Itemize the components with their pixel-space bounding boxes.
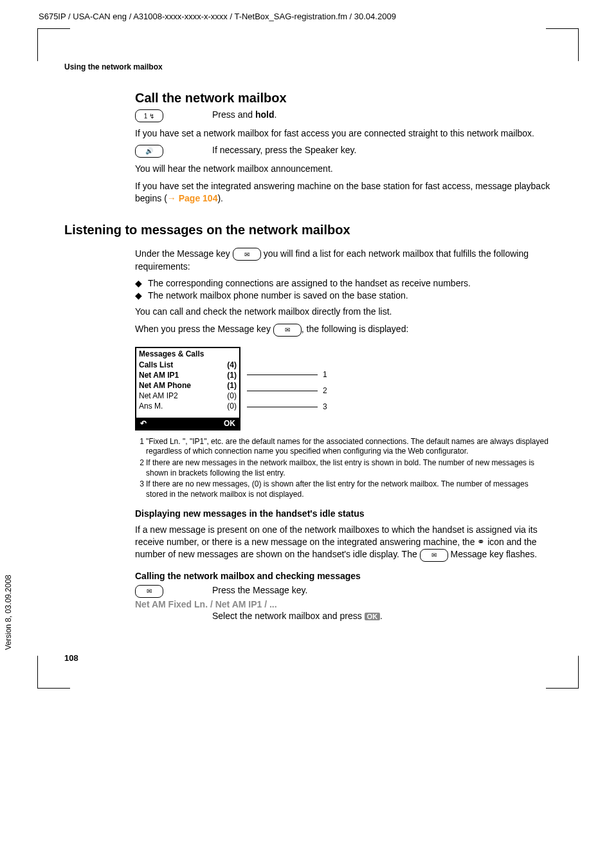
message-key-icon: ✉ bbox=[273, 324, 302, 337]
paragraph: Under the Message key ✉ you will find a … bbox=[135, 248, 552, 273]
crop-mark bbox=[546, 656, 579, 689]
footnote: 2If there are new messages in the networ… bbox=[135, 458, 552, 478]
crop-mark bbox=[37, 656, 70, 689]
doc-header-path: S675IP / USA-CAN eng / A31008-xxxx-xxxx-… bbox=[39, 12, 577, 21]
screen-row: Ans M.(0) bbox=[136, 401, 239, 411]
paragraph: You can call and check the network mailb… bbox=[135, 306, 552, 318]
screen-row: Net AM Phone(1) bbox=[136, 380, 239, 391]
bullet-text: The network mailbox phone number is save… bbox=[148, 290, 408, 301]
bullet-icon: ◆ bbox=[135, 278, 148, 288]
screen-row: Net AM IP2(0) bbox=[136, 391, 239, 401]
speaker-key-icon: 🔊 bbox=[135, 145, 163, 158]
back-icon: ↶ bbox=[140, 419, 147, 428]
paragraph: If you have set a network mailbox for fa… bbox=[135, 127, 552, 140]
screen-row: Net AM IP1(1) bbox=[136, 370, 239, 380]
leader-line: 1 bbox=[247, 367, 327, 383]
paragraph: You will hear the network mailbox announ… bbox=[135, 163, 552, 175]
phone-screen-illustration: Messages & Calls Calls List(4) Net AM IP… bbox=[135, 347, 240, 431]
paragraph: If you have set the integrated answering… bbox=[135, 180, 552, 205]
footnote: 3If there are no new messages, (0) is sh… bbox=[135, 479, 552, 499]
step-text: Press the Message key. bbox=[212, 585, 307, 595]
page-reference-link[interactable]: Page 104 bbox=[179, 193, 218, 203]
message-key-icon: ✉ bbox=[420, 549, 448, 562]
message-key-icon: ✉ bbox=[135, 585, 163, 598]
leader-line: 2 bbox=[247, 383, 327, 399]
paragraph: When you press the Message key ✉, the fo… bbox=[135, 323, 552, 337]
leader-line: 3 bbox=[247, 399, 327, 415]
screen-title: Messages & Calls bbox=[136, 348, 239, 360]
ok-softkey: OK bbox=[224, 419, 235, 428]
paragraph: If a new message is present on one of th… bbox=[135, 524, 552, 562]
section-listening-title: Listening to messages on the network mai… bbox=[64, 223, 552, 237]
page-number: 108 bbox=[64, 653, 552, 663]
running-head: Using the network mailbox bbox=[64, 62, 552, 71]
subsection-displaying-title: Displaying new messages in the handset's… bbox=[135, 508, 552, 519]
message-key-icon: ✉ bbox=[233, 248, 261, 261]
menu-path-label: Net AM Fixed Ln. / Net AM IP1 / ... bbox=[135, 599, 277, 609]
key-1-icon: 1 ↯ bbox=[135, 109, 163, 122]
step-text: Press and hold. bbox=[212, 109, 276, 120]
screen-row: Calls List(4) bbox=[136, 360, 239, 370]
step-text: If necessary, press the Speaker key. bbox=[212, 145, 356, 155]
step-text: Select the network mailbox and press OK. bbox=[212, 611, 383, 621]
bullet-text: The corresponding connections are assign… bbox=[148, 278, 471, 288]
ok-button-label: OK bbox=[365, 613, 381, 620]
section-call-mailbox-title: Call the network mailbox bbox=[135, 91, 552, 106]
version-side-text: Version 8, 03.09.2008 bbox=[4, 575, 13, 650]
footnote: 1"Fixed Ln. ", "IP1", etc. are the defau… bbox=[135, 437, 552, 457]
subsection-calling-title: Calling the network mailbox and checking… bbox=[135, 571, 552, 581]
tape-icon: ⚭ bbox=[477, 537, 485, 547]
arrow-icon: → bbox=[167, 193, 176, 203]
bullet-icon: ◆ bbox=[135, 290, 148, 301]
